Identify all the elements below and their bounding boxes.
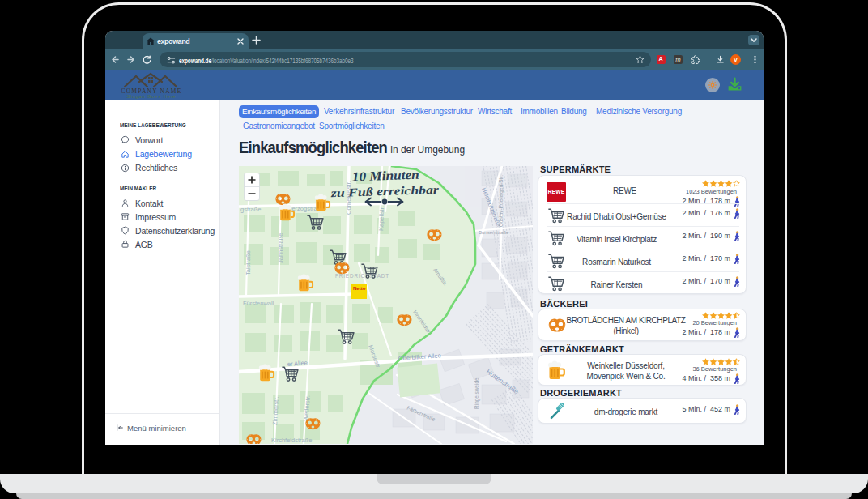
svg-text:Talstraße: Talstraße — [245, 250, 252, 275]
svg-text:Zimmerstr.: Zimmerstr. — [271, 396, 280, 425]
svg-text:Bunsenstraße: Bunsenstraße — [479, 230, 509, 235]
svg-text:Gustav-Poensgen-Str.: Gustav-Poensgen-Str. — [498, 175, 504, 227]
svg-text:Fürstenwall: Fürstenwall — [243, 300, 274, 307]
svg-text:er Allee: er Allee — [287, 359, 308, 368]
svg-text:Ringelsweide: Ringelsweide — [474, 377, 480, 409]
svg-text:Kapellstr.: Kapellstr. — [377, 206, 385, 231]
svg-text:Jahnstraße: Jahnstraße — [277, 232, 284, 263]
svg-text:Netto: Netto — [353, 286, 366, 291]
svg-text:Kirchfeldstraße: Kirchfeldstraße — [271, 437, 312, 444]
svg-text:10 Minuten: 10 Minuten — [352, 168, 420, 184]
svg-text:gstraße: gstraße — [240, 206, 261, 213]
